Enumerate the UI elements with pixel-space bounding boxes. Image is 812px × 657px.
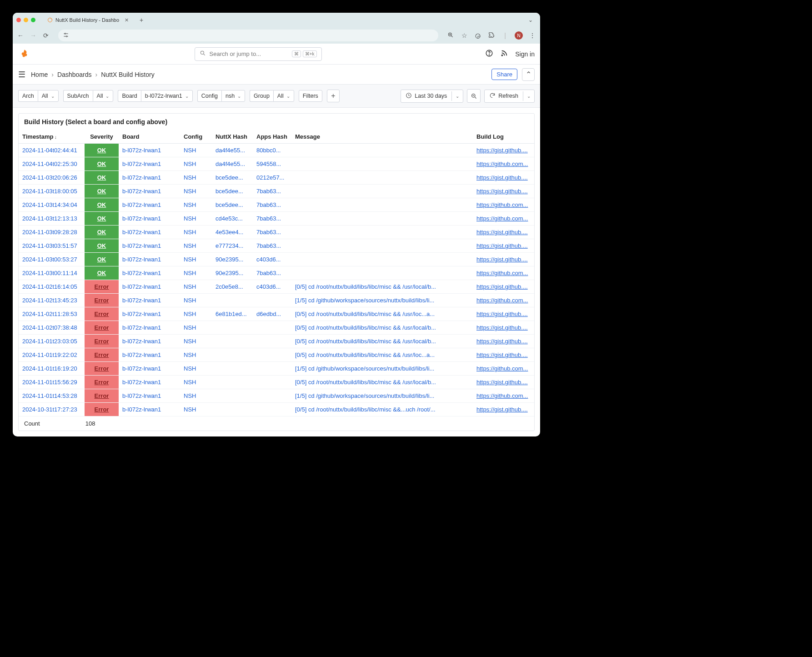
- cell-config[interactable]: NSH: [180, 389, 212, 403]
- cell-severity[interactable]: Error: [85, 389, 119, 403]
- cell-message[interactable]: [0/5] cd /root/nuttx/build/libs/libc/mis…: [291, 335, 473, 348]
- cell-config[interactable]: NSH: [180, 294, 212, 307]
- cell-nuttx-hash[interactable]: [212, 321, 253, 335]
- zoom-out-icon[interactable]: [467, 89, 481, 103]
- cell-severity[interactable]: Error: [85, 348, 119, 362]
- cell-board[interactable]: b-l072z-lrwan1: [119, 403, 180, 416]
- cell-severity[interactable]: Error: [85, 280, 119, 294]
- cell-build-log[interactable]: https://github.com...: [473, 362, 534, 376]
- cell-timestamp[interactable]: 2024-11-03t20:06:26: [19, 171, 85, 185]
- cell-build-log[interactable]: https://gist.github....: [473, 307, 534, 321]
- cell-config[interactable]: NSH: [180, 376, 212, 389]
- cell-timestamp[interactable]: 2024-11-03t09:28:28: [19, 226, 85, 239]
- nav-forward-icon[interactable]: →: [29, 32, 37, 39]
- cell-message[interactable]: [0/5] cd /root/nuttx/build/libs/libc/mis…: [291, 376, 473, 389]
- cell-severity[interactable]: Error: [85, 403, 119, 416]
- cell-severity[interactable]: Error: [85, 321, 119, 335]
- cell-apps-hash[interactable]: 7bab63...: [253, 226, 291, 239]
- cell-timestamp[interactable]: 2024-11-02t13:45:23: [19, 294, 85, 307]
- cell-board[interactable]: b-l072z-lrwan1: [119, 171, 180, 185]
- col-apps-hash[interactable]: Apps Hash: [253, 130, 291, 144]
- var-group-value[interactable]: All⌄: [273, 90, 294, 102]
- cell-build-log[interactable]: https://gist.github....: [473, 335, 534, 348]
- cell-board[interactable]: b-l072z-lrwan1: [119, 253, 180, 266]
- cell-apps-hash[interactable]: 7bab63...: [253, 239, 291, 253]
- var-board-value[interactable]: b-l072z-lrwan1⌄: [141, 90, 193, 102]
- cell-severity[interactable]: OK: [85, 171, 119, 185]
- cell-board[interactable]: b-l072z-lrwan1: [119, 335, 180, 348]
- tab-close-icon[interactable]: ✕: [125, 17, 129, 23]
- cell-build-log[interactable]: https://gist.github....: [473, 144, 534, 157]
- cell-message[interactable]: [291, 144, 473, 157]
- col-message[interactable]: Message: [291, 130, 473, 144]
- cell-message[interactable]: [0/5] cd /root/nuttx/build/libs/libc/mis…: [291, 348, 473, 362]
- cell-apps-hash[interactable]: 7bab63...: [253, 198, 291, 212]
- cell-config[interactable]: NSH: [180, 280, 212, 294]
- cell-build-log[interactable]: https://github.com...: [473, 389, 534, 403]
- cell-config[interactable]: NSH: [180, 403, 212, 416]
- cell-nuttx-hash[interactable]: 2c0e5e8...: [212, 280, 253, 294]
- cell-timestamp[interactable]: 2024-11-03t03:51:57: [19, 239, 85, 253]
- cell-build-log[interactable]: https://gist.github....: [473, 185, 534, 198]
- cell-board[interactable]: b-l072z-lrwan1: [119, 321, 180, 335]
- filters-button[interactable]: Filters: [299, 90, 322, 102]
- cell-timestamp[interactable]: 2024-11-02t07:38:48: [19, 321, 85, 335]
- col-timestamp[interactable]: Timestamp↓: [19, 130, 85, 144]
- cell-message[interactable]: [291, 185, 473, 198]
- cell-build-log[interactable]: https://gist.github....: [473, 321, 534, 335]
- extension1-icon[interactable]: ◶: [474, 32, 482, 39]
- cell-config[interactable]: NSH: [180, 253, 212, 266]
- cell-build-log[interactable]: https://github.com...: [473, 212, 534, 226]
- cell-nuttx-hash[interactable]: bce5dee...: [212, 171, 253, 185]
- cell-board[interactable]: b-l072z-lrwan1: [119, 212, 180, 226]
- share-button[interactable]: Share: [491, 69, 517, 80]
- browser-menu-icon[interactable]: ⋮: [528, 32, 536, 39]
- cell-message[interactable]: [1/5] cd /github/workspace/sources/nuttx…: [291, 362, 473, 376]
- rss-icon[interactable]: [501, 50, 508, 58]
- cell-message[interactable]: [291, 157, 473, 171]
- cell-board[interactable]: b-l072z-lrwan1: [119, 144, 180, 157]
- cell-build-log[interactable]: https://gist.github....: [473, 226, 534, 239]
- cell-apps-hash[interactable]: [253, 321, 291, 335]
- profile-avatar[interactable]: N: [515, 31, 523, 40]
- cell-severity[interactable]: OK: [85, 239, 119, 253]
- cell-severity[interactable]: OK: [85, 266, 119, 280]
- cell-message[interactable]: [291, 253, 473, 266]
- cell-severity[interactable]: OK: [85, 144, 119, 157]
- cell-nuttx-hash[interactable]: da4f4e55...: [212, 157, 253, 171]
- cell-config[interactable]: NSH: [180, 198, 212, 212]
- cell-config[interactable]: NSH: [180, 362, 212, 376]
- cell-board[interactable]: b-l072z-lrwan1: [119, 266, 180, 280]
- cell-severity[interactable]: OK: [85, 198, 119, 212]
- cell-timestamp[interactable]: 2024-11-01t14:53:28: [19, 389, 85, 403]
- cell-nuttx-hash[interactable]: [212, 389, 253, 403]
- collapse-panel-icon[interactable]: ⌃: [522, 68, 535, 81]
- cell-nuttx-hash[interactable]: [212, 403, 253, 416]
- extensions-icon[interactable]: [487, 32, 496, 40]
- cell-message[interactable]: [291, 198, 473, 212]
- cell-board[interactable]: b-l072z-lrwan1: [119, 157, 180, 171]
- var-arch-value[interactable]: All⌄: [38, 90, 59, 102]
- cell-message[interactable]: [1/5] cd /github/workspace/sources/nuttx…: [291, 294, 473, 307]
- cell-config[interactable]: NSH: [180, 321, 212, 335]
- cell-board[interactable]: b-l072z-lrwan1: [119, 294, 180, 307]
- cell-build-log[interactable]: https://gist.github....: [473, 171, 534, 185]
- cell-message[interactable]: [1/5] cd /github/workspace/sources/nuttx…: [291, 389, 473, 403]
- nav-back-icon[interactable]: ←: [16, 32, 25, 39]
- cell-apps-hash[interactable]: 594558...: [253, 157, 291, 171]
- cell-build-log[interactable]: https://github.com...: [473, 294, 534, 307]
- cell-nuttx-hash[interactable]: 6e81b1ed...: [212, 307, 253, 321]
- address-bar[interactable]: [58, 30, 438, 41]
- cell-board[interactable]: b-l072z-lrwan1: [119, 348, 180, 362]
- cell-board[interactable]: b-l072z-lrwan1: [119, 307, 180, 321]
- cell-board[interactable]: b-l072z-lrwan1: [119, 376, 180, 389]
- breadcrumb-dashboards[interactable]: Dashboards: [57, 71, 92, 78]
- new-tab-button[interactable]: +: [137, 16, 146, 24]
- cell-nuttx-hash[interactable]: cd4e53c...: [212, 212, 253, 226]
- cell-timestamp[interactable]: 2024-11-02t11:28:53: [19, 307, 85, 321]
- global-search[interactable]: Search or jump to... ⌘⌘+k: [195, 47, 322, 61]
- cell-build-log[interactable]: https://gist.github....: [473, 280, 534, 294]
- cell-build-log[interactable]: https://github.com...: [473, 157, 534, 171]
- cell-build-log[interactable]: https://gist.github....: [473, 253, 534, 266]
- col-severity[interactable]: Severity: [85, 130, 119, 144]
